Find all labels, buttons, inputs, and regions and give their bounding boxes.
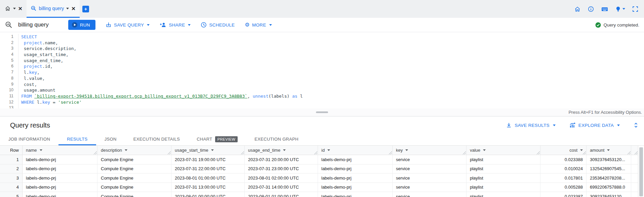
run-button[interactable]: RUN xyxy=(68,20,95,30)
cell-id[interactable]: labels-demo-prj xyxy=(318,164,393,174)
cell-cost[interactable]: 0.017801 xyxy=(540,174,587,183)
column-header-key[interactable]: key xyxy=(393,146,467,155)
vertical-scrollbar[interactable] xyxy=(638,146,644,197)
new-tab-button[interactable]: + xyxy=(82,6,89,12)
scrollbar-thumb[interactable] xyxy=(639,147,643,196)
column-header-amount[interactable]: amount xyxy=(587,146,631,155)
results-tab-chart[interactable]: CHARTPREVIEW xyxy=(188,134,246,145)
column-resize-handle[interactable] xyxy=(582,151,586,154)
cell-key[interactable]: service xyxy=(393,183,467,192)
cell-cost[interactable]: 0.010024 xyxy=(540,164,587,174)
fullscreen-icon[interactable] xyxy=(632,6,639,12)
column-resize-handle[interactable] xyxy=(241,151,244,154)
column-header-cost[interactable]: cost xyxy=(540,146,587,155)
info-icon[interactable] xyxy=(588,6,594,12)
cell-name[interactable]: labels-demo-prj xyxy=(23,174,97,183)
cell-amount[interactable]: 3092376453120... xyxy=(587,155,631,164)
cell-filler[interactable] xyxy=(631,174,638,183)
cell-description[interactable]: Compute Engine xyxy=(97,192,171,197)
cell-description[interactable]: Compute Engine xyxy=(97,183,171,192)
cell-amount[interactable]: 2353642078208... xyxy=(587,174,631,183)
sort-caret-icon[interactable] xyxy=(283,149,286,151)
results-tab-execution-details[interactable]: EXECUTION DETAILS xyxy=(125,134,189,145)
save-results-button[interactable]: SAVE RESULTS xyxy=(506,122,556,128)
sort-caret-icon[interactable] xyxy=(405,149,408,151)
cell-filler[interactable] xyxy=(631,164,638,174)
home-tab-close-icon[interactable]: ✕ xyxy=(18,6,23,11)
cell-value[interactable]: playlist xyxy=(467,155,540,164)
home-tab-menu-caret[interactable] xyxy=(13,8,16,9)
results-tab-json[interactable]: JSON xyxy=(96,134,125,145)
cell-description[interactable]: Compute Engine xyxy=(97,155,171,164)
column-resize-handle[interactable] xyxy=(634,151,638,154)
column-resize-handle[interactable] xyxy=(627,151,631,154)
sql-editor[interactable]: 1SELECT2 project.name,3 service.descript… xyxy=(0,32,644,108)
cell-value[interactable]: playlist xyxy=(467,183,540,192)
cell-name[interactable]: labels-demo-prj xyxy=(23,183,97,192)
tab-menu-caret[interactable] xyxy=(66,8,69,9)
column-resize-handle[interactable] xyxy=(389,151,392,154)
home-icon[interactable] xyxy=(574,6,581,12)
column-resize-handle[interactable] xyxy=(462,151,466,154)
share-button[interactable]: SHARE xyxy=(160,22,191,28)
cell-name[interactable]: labels-demo-prj xyxy=(23,192,97,197)
home-tab[interactable]: ✕ xyxy=(0,0,27,18)
schedule-button[interactable]: SCHEDULE xyxy=(201,22,235,28)
cell-description[interactable]: Compute Engine xyxy=(97,174,171,183)
cell-cost[interactable]: 0.005288 xyxy=(540,183,587,192)
column-header-id[interactable]: id xyxy=(318,146,393,155)
cell-key[interactable]: service xyxy=(393,174,467,183)
cell-usage_end_time[interactable]: 2023-07-31 23:00:00 UTC xyxy=(245,164,318,174)
cell-usage_end_time[interactable]: 2023-07-31 20:00:00 UTC xyxy=(245,155,318,164)
cell-cost[interactable]: 0.023387 xyxy=(540,192,587,197)
sort-caret-icon[interactable] xyxy=(607,149,610,151)
cell-row[interactable]: 4 xyxy=(0,183,23,192)
cell-name[interactable]: labels-demo-prj xyxy=(23,155,97,164)
column-header-value[interactable]: value xyxy=(467,146,540,155)
cell-usage_start_time[interactable]: 2023-07-31 22:00:00 UTC xyxy=(171,164,245,174)
cell-row[interactable]: 3 xyxy=(0,174,23,183)
tab-close-icon[interactable]: ✕ xyxy=(71,6,76,11)
cell-key[interactable]: service xyxy=(393,155,467,164)
cell-amount[interactable]: 1325426907545... xyxy=(587,164,631,174)
panel-resize-handle[interactable] xyxy=(316,111,328,113)
cell-description[interactable]: Compute Engine xyxy=(97,164,171,174)
collapse-panel-icon[interactable] xyxy=(633,122,639,128)
column-header-description[interactable]: description xyxy=(97,146,171,155)
sort-caret-icon[interactable] xyxy=(327,149,330,151)
cell-key[interactable]: service xyxy=(393,192,467,197)
results-tab-results[interactable]: RESULTS xyxy=(58,134,96,145)
cell-filler[interactable] xyxy=(631,192,638,197)
column-resize-handle[interactable] xyxy=(93,151,97,154)
tab-billing-query[interactable]: billing query ✕ xyxy=(27,0,80,18)
cell-value[interactable]: playlist xyxy=(467,192,540,197)
cell-usage_start_time[interactable]: 2023-07-31 13:00:00 UTC xyxy=(171,183,245,192)
column-resize-handle[interactable] xyxy=(314,151,317,154)
sort-caret-icon[interactable] xyxy=(125,149,127,151)
more-button[interactable]: ⚙ MORE xyxy=(245,22,272,28)
cell-row[interactable]: 2 xyxy=(0,164,23,174)
cell-amount[interactable]: 3092376453120... xyxy=(587,192,631,197)
results-tab-execution-graph[interactable]: EXECUTION GRAPH xyxy=(246,134,307,145)
sort-caret-icon[interactable] xyxy=(483,149,486,151)
results-tab-job-information[interactable]: JOB INFORMATION xyxy=(0,134,58,145)
cell-id[interactable]: labels-demo-prj xyxy=(318,183,393,192)
cell-row[interactable]: 5 xyxy=(0,192,23,197)
cell-usage_end_time[interactable]: 2023-08-01 02:00:00 UTC xyxy=(245,174,318,183)
cell-id[interactable]: labels-demo-prj xyxy=(318,155,393,164)
cell-amount[interactable]: 6992206757888.0 xyxy=(587,183,631,192)
cell-value[interactable]: playlist xyxy=(467,164,540,174)
cell-id[interactable]: labels-demo-prj xyxy=(318,192,393,197)
keyboard-icon[interactable] xyxy=(601,6,608,12)
cell-value[interactable]: playlist xyxy=(467,174,540,183)
cell-usage_start_time[interactable]: 2023-08-01 00:00:00 UTC xyxy=(171,192,245,197)
column-header-name[interactable]: name xyxy=(23,146,97,155)
column-header-usage_end_time[interactable]: usage_end_time xyxy=(245,146,318,155)
cell-usage_end_time[interactable]: 2023-07-31 14:00:00 UTC xyxy=(245,183,318,192)
column-resize-handle[interactable] xyxy=(536,151,540,154)
explore-data-button[interactable]: EXPLORE DATA xyxy=(569,122,620,128)
column-resize-handle[interactable] xyxy=(167,151,171,154)
cell-row[interactable]: 1 xyxy=(0,155,23,164)
cell-filler[interactable] xyxy=(631,183,638,192)
column-header-usage_start_time[interactable]: usage_start_time xyxy=(171,146,245,155)
